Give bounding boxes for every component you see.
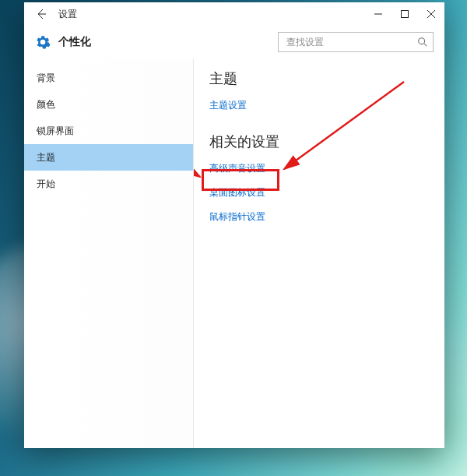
- sidebar-item-lockscreen[interactable]: 锁屏界面: [24, 118, 193, 144]
- sidebar-item-start[interactable]: 开始: [24, 171, 193, 197]
- sidebar-item-label: 主题: [37, 151, 55, 164]
- link-advanced-sound[interactable]: 高级声音设置: [209, 162, 444, 175]
- search-icon: [417, 37, 428, 48]
- titlebar: 设置: [24, 2, 444, 26]
- section-title-related: 相关的设置: [209, 132, 444, 151]
- gear-icon: [35, 34, 51, 50]
- svg-line-3: [284, 82, 404, 169]
- link-theme-settings[interactable]: 主题设置: [209, 99, 444, 112]
- search-box[interactable]: [278, 32, 434, 52]
- maximize-button[interactable]: [392, 2, 418, 26]
- sidebar-item-colors[interactable]: 颜色: [24, 91, 193, 118]
- window-controls: [365, 2, 444, 26]
- close-icon: [427, 10, 435, 18]
- svg-rect-0: [402, 11, 409, 18]
- link-desktop-icon-settings[interactable]: 桌面图标设置: [209, 186, 444, 199]
- back-button[interactable]: [24, 2, 58, 26]
- svg-line-2: [194, 144, 200, 177]
- header: 个性化: [24, 26, 444, 58]
- sidebar: 背景 颜色 锁屏界面 主题 开始: [24, 58, 194, 448]
- maximize-icon: [401, 10, 409, 18]
- settings-window: 设置 个性化: [24, 2, 444, 448]
- page-title: 个性化: [58, 35, 91, 49]
- sidebar-item-label: 锁屏界面: [37, 125, 74, 138]
- minimize-button[interactable]: [365, 2, 392, 26]
- sidebar-item-themes[interactable]: 主题: [24, 144, 193, 171]
- window-title: 设置: [58, 8, 77, 21]
- arrow-left-icon: [35, 8, 47, 20]
- link-mouse-pointer[interactable]: 鼠标指针设置: [209, 210, 444, 224]
- content-pane: 主题 主题设置 相关的设置 高级声音设置 桌面图标设置 鼠标指针设置: [194, 58, 444, 448]
- window-body: 背景 颜色 锁屏界面 主题 开始 主题 主题设置 相关的设置 高级声音设置 桌面…: [24, 58, 444, 448]
- minimize-icon: [374, 10, 382, 18]
- sidebar-item-label: 背景: [37, 72, 55, 85]
- annotation-arrows: [194, 58, 443, 261]
- close-button[interactable]: [418, 2, 444, 26]
- search-input[interactable]: [285, 36, 417, 48]
- section-title-themes: 主题: [209, 69, 444, 88]
- sidebar-item-label: 颜色: [37, 98, 55, 111]
- sidebar-item-label: 开始: [37, 178, 55, 191]
- svg-point-1: [419, 38, 425, 44]
- sidebar-item-background[interactable]: 背景: [24, 65, 193, 91]
